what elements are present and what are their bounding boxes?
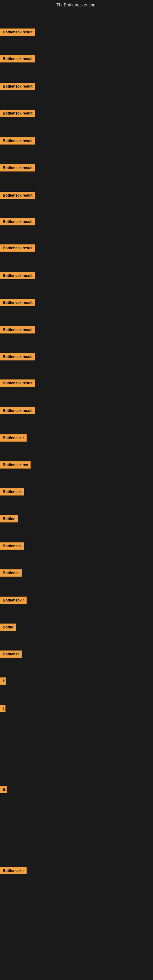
bottleneck-result-badge[interactable]: Bottleneck result (0, 110, 35, 117)
list-item[interactable]: Bottleneck result (0, 137, 35, 146)
bottleneck-result-badge[interactable]: Bottleneck result (0, 218, 35, 225)
bottleneck-result-badge[interactable]: Bottleneck result (0, 272, 35, 279)
list-item[interactable]: Bottleneck result (0, 407, 35, 415)
list-item[interactable]: Bottleneck r (0, 434, 27, 443)
site-title: TheBottlenecker.com (0, 0, 153, 11)
list-item[interactable]: | (0, 705, 5, 713)
bottleneck-result-badge[interactable]: Bottleneck (0, 488, 24, 495)
list-item[interactable]: Bottleneck result (0, 29, 35, 37)
list-item[interactable]: Bottleneck result (0, 55, 35, 64)
list-item[interactable]: B (0, 678, 6, 686)
bottleneck-result-badge[interactable]: Bottleneck (0, 542, 24, 550)
bottleneck-result-badge[interactable]: Bottlenec (0, 651, 22, 658)
bottleneck-result-badge[interactable]: Bottleneck result (0, 299, 35, 306)
list-item[interactable]: Bottleneck r (0, 597, 27, 605)
list-item[interactable]: Bottleneck result (0, 192, 35, 200)
list-item[interactable]: Bottleneck (0, 542, 24, 551)
list-item[interactable]: Bottle (0, 624, 16, 632)
bottleneck-result-badge[interactable]: Bottleneck result (0, 55, 35, 62)
bottleneck-result-badge[interactable]: Bottleneck result (0, 353, 35, 360)
bottleneck-result-badge[interactable]: Bottleneck result (0, 379, 35, 387)
list-item[interactable]: Bottleneck result (0, 353, 35, 362)
bottleneck-result-badge[interactable]: Bottleneck result (0, 137, 35, 145)
bottleneck-result-badge[interactable]: Bottlen (0, 515, 18, 522)
list-item[interactable]: Bottleneck result (0, 272, 35, 280)
bottleneck-result-badge[interactable]: B (0, 678, 6, 685)
bottleneck-result-badge[interactable]: Bottleneck result (0, 83, 35, 90)
list-item[interactable]: Bottleneck result (0, 244, 35, 253)
bottleneck-result-badge[interactable]: Bottleneck result (0, 407, 35, 414)
list-item[interactable]: Bottlenec (0, 651, 22, 659)
bottleneck-result-badge[interactable]: Bottleneck result (0, 192, 35, 199)
list-item[interactable]: Bottleneck res (0, 461, 30, 470)
list-item[interactable]: Bottleneck result (0, 379, 35, 388)
bottleneck-result-badge[interactable]: Bottlenec (0, 569, 22, 577)
list-item[interactable]: Bottleneck result (0, 83, 35, 91)
list-item[interactable]: Bottleneck result (0, 110, 35, 118)
list-item[interactable]: Bottleneck result (0, 218, 35, 227)
bottleneck-result-badge[interactable]: Bottleneck r (0, 597, 27, 604)
bottleneck-result-badge[interactable]: Bottle (0, 624, 16, 631)
bottleneck-result-badge[interactable]: Bottleneck result (0, 29, 35, 36)
bottleneck-result-badge[interactable]: Bottleneck result (0, 244, 35, 252)
list-item[interactable]: Bottleneck (0, 488, 24, 497)
list-item[interactable]: Bottlenec (0, 569, 22, 578)
bottleneck-result-badge[interactable]: Bottleneck result (0, 326, 35, 334)
bottleneck-result-badge[interactable]: | (0, 705, 5, 712)
bottleneck-result-badge[interactable]: Bottleneck res (0, 461, 30, 469)
bottleneck-result-badge[interactable]: Bottleneck r (0, 867, 27, 874)
bottleneck-result-badge[interactable]: Bottleneck r (0, 434, 27, 442)
list-item[interactable]: Bottleneck result (0, 299, 35, 307)
list-item[interactable]: Bottleneck r (0, 867, 27, 875)
list-item[interactable]: Bo (0, 786, 7, 794)
list-item[interactable]: Bottleneck result (0, 164, 35, 173)
list-item[interactable]: Bottleneck result (0, 326, 35, 335)
list-item[interactable]: Bottlen (0, 515, 18, 524)
bottleneck-result-badge[interactable]: Bottleneck result (0, 164, 35, 172)
bottleneck-result-badge[interactable]: Bo (0, 786, 7, 793)
